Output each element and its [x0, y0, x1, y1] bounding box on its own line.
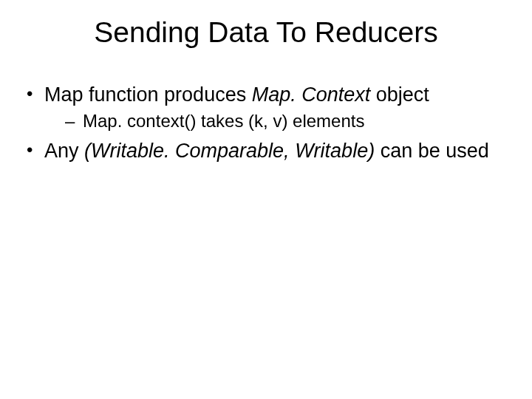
slide: Sending Data To Reducers Map function pr… — [0, 0, 532, 399]
bullet-1-text-pre: Map function produces — [44, 83, 252, 106]
bullet-2-text-pre: Any — [44, 140, 84, 162]
bullet-1-sub-1: Map. context() takes (k, v) elements — [44, 110, 510, 132]
slide-body: Map function produces Map. Context objec… — [0, 49, 532, 163]
bullet-1: Map function produces Map. Context objec… — [22, 83, 510, 132]
bullet-list: Map function produces Map. Context objec… — [22, 83, 510, 163]
bullet-1-sublist: Map. context() takes (k, v) elements — [44, 110, 510, 132]
slide-title: Sending Data To Reducers — [0, 0, 532, 49]
bullet-1-text-ital: Map. Context — [252, 83, 371, 106]
bullet-2-text-ital: (Writable. Comparable, Writable) — [84, 140, 375, 162]
bullet-1-text-post: object — [370, 83, 429, 106]
bullet-2-text-post: can be used — [375, 140, 489, 162]
bullet-2: Any (Writable. Comparable, Writable) can… — [22, 139, 510, 163]
